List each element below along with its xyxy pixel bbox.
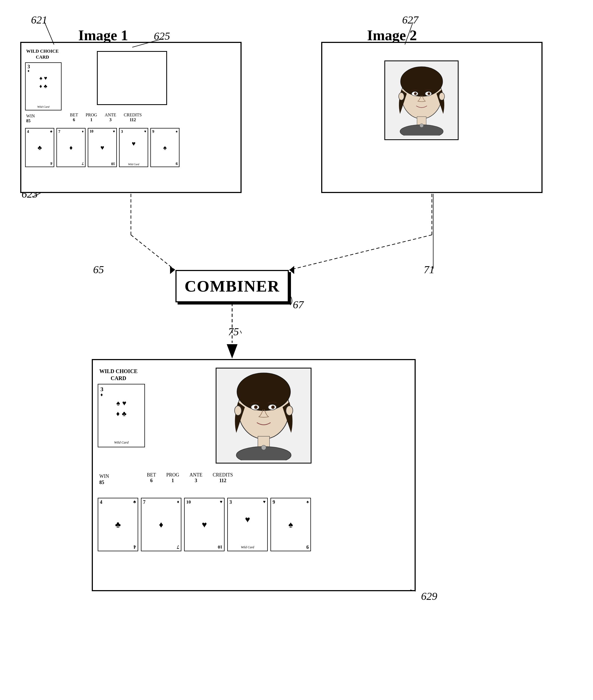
cb-win-label: WIN — [99, 473, 109, 479]
svg-point-12 — [237, 373, 290, 411]
image2-box — [321, 42, 543, 193]
portrait-svg — [392, 65, 451, 135]
svg-marker-28 — [170, 266, 175, 274]
ref-67: 67 — [293, 298, 304, 311]
image1-box: WILD CHOICECARD 3 ♦ ♠♥ ♦♣ Wild Card WIN … — [20, 42, 242, 193]
stat-credits: CREDITS112 — [124, 113, 142, 122]
svg-point-1 — [401, 67, 443, 96]
cb-card-1: 4 ♣ ♣ 4 — [98, 498, 138, 551]
ref-621: 621 — [31, 13, 47, 26]
wild-choice-title: WILD CHOICECARD — [26, 48, 58, 60]
stat-ante: ANTE3 — [105, 113, 116, 122]
hand-card-4: 3 ♥ ♥ Wild Card — [119, 128, 148, 167]
ref-65: 65 — [93, 263, 104, 276]
svg-point-21 — [261, 445, 266, 450]
ref-71: 71 — [424, 263, 435, 276]
ref-627: 627 — [402, 13, 419, 26]
cb-hand-cards: 4 ♣ ♣ 4 7 ♦ ♦ 7 10 ♥ ♥ 10 3 ♥ ♥ Wild C — [98, 498, 311, 551]
cb-stat-bet: BET6 — [147, 472, 156, 483]
cb-portrait — [216, 368, 312, 464]
svg-line-30 — [289, 235, 432, 270]
ref-625: 625 — [154, 30, 170, 42]
cb-stat-credits: CREDITS112 — [213, 472, 233, 483]
hand-card-3: 10 ♥ ♥ 10 — [88, 128, 117, 167]
cb-card-3: 10 ♥ ♥ 10 — [184, 498, 225, 551]
svg-point-17 — [254, 405, 258, 409]
ref-629: 629 — [421, 590, 437, 602]
stats-row: BET6 PROG1 ANTE3 CREDITS112 — [70, 113, 142, 122]
cb-wild-title: WILD CHOICECARD — [99, 368, 137, 382]
svg-point-7 — [428, 92, 430, 95]
svg-point-9 — [439, 92, 444, 100]
cb-wild-card: 3 ♦ ♠♥ ♦♣ Wild Card — [98, 384, 145, 447]
svg-point-8 — [399, 92, 404, 100]
cb-stat-prog: PROG1 — [166, 472, 179, 483]
cb-stat-ante: ANTE3 — [190, 472, 202, 483]
cb-card-2: 7 ♦ ♦ 7 — [141, 498, 182, 551]
hand-card-1: 4 ♣ ♣ 4 — [25, 128, 54, 167]
wild-card-main: 3 ♦ ♠♥ ♦♣ Wild Card — [25, 62, 62, 110]
diagram-container: 621 625 627 623 65 67 71 75 629 Image 1 … — [0, 0, 593, 700]
image2-label: Image 2 — [367, 27, 417, 44]
hand-card-2: 7 ♦ ♦ 7 — [56, 128, 86, 167]
stat-bet: BET6 — [70, 113, 78, 122]
svg-line-27 — [131, 235, 175, 270]
ref-75: 75 — [228, 325, 239, 338]
wc-wild-label: Wild Card — [37, 105, 49, 108]
combiner-label: COMBINER — [185, 277, 280, 296]
cb-stats-row: BET6 PROG1 ANTE3 CREDITS112 — [147, 472, 233, 483]
combined-box: WILD CHOICECARD 3 ♦ ♠♥ ♦♣ Wild Card — [92, 359, 416, 591]
cb-portrait-svg — [225, 371, 303, 460]
wc-suit-tl: ♦ — [28, 69, 30, 73]
image1-label: Image 1 — [78, 27, 128, 44]
cb-card-4: 3 ♥ ♥ Wild Card — [227, 498, 268, 551]
combiner-box: COMBINER — [175, 270, 289, 302]
win-label: WIN — [26, 114, 35, 118]
hand-cards-row: 4 ♣ ♣ 4 7 ♦ ♦ 7 10 ♥ ♥ 10 3 ♥ — [25, 128, 180, 167]
cb-win-value: 85 — [99, 480, 104, 485]
svg-point-6 — [414, 92, 417, 95]
win-value: 85 — [26, 118, 31, 123]
cb-card-5: 9 ♠ ♠ 9 — [271, 498, 311, 551]
image2-portrait — [384, 61, 459, 140]
wc-suits-center: ♠♥ ♦♣ — [39, 75, 47, 89]
svg-line-34 — [240, 331, 242, 334]
svg-point-20 — [286, 406, 292, 416]
image1-inner-thumbnail — [97, 51, 167, 105]
svg-point-10 — [420, 124, 424, 127]
hand-card-5: 9 ♠ ♠ 9 — [150, 128, 180, 167]
svg-point-18 — [271, 405, 275, 409]
svg-marker-33 — [227, 344, 238, 358]
stat-prog: PROG1 — [86, 113, 97, 122]
svg-marker-31 — [289, 266, 294, 274]
svg-point-19 — [235, 406, 241, 416]
